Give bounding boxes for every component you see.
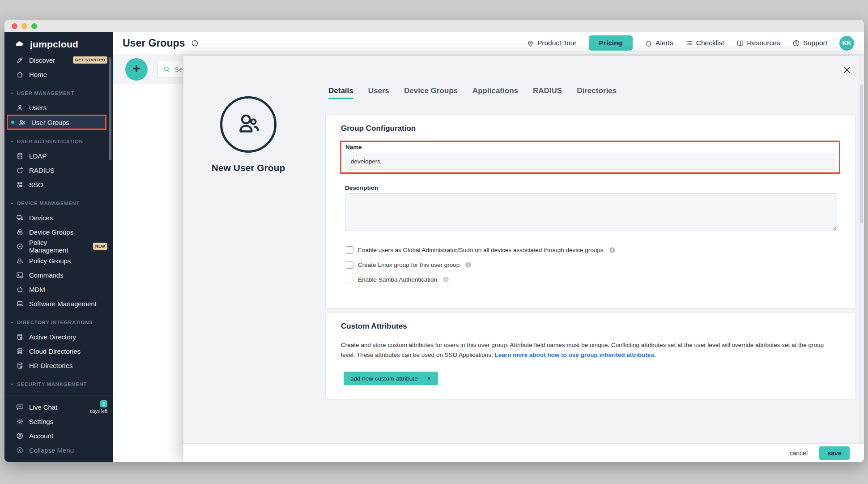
sidebar-item-label: Live Chat — [29, 403, 57, 411]
sidebar-item-ldap[interactable]: LDAP — [4, 149, 113, 163]
group-configuration-card: Group Configuration Name Description Ena… — [325, 114, 855, 308]
search-icon — [163, 65, 170, 73]
sidebar-section-device-management[interactable]: DEVICE MANAGEMENT — [4, 199, 113, 208]
tab-applications[interactable]: Applications — [472, 86, 518, 99]
alerts-button[interactable]: Alerts — [645, 39, 673, 47]
sidebar-item-discover[interactable]: Discover GET STARTED — [4, 53, 113, 67]
section-title: USER AUTHENTICATION — [17, 139, 83, 144]
cloud-directories-icon — [16, 347, 24, 355]
add-custom-attribute-label: add new custom attribute — [350, 375, 418, 382]
sidebar-item-account[interactable]: Account — [4, 428, 113, 443]
sso-grid-icon — [16, 181, 24, 188]
description-textarea[interactable] — [345, 193, 837, 231]
sidebar-item-label: LDAP — [29, 152, 47, 160]
close-panel-button[interactable] — [842, 65, 852, 76]
trial-days-badge: 1 days left — [90, 400, 107, 414]
resources-label: Resources — [747, 39, 780, 47]
sidebar-section-directory-integrations[interactable]: DIRECTORY INTEGRATIONS — [4, 318, 113, 327]
panel-scrollbar-thumb[interactable] — [860, 85, 863, 223]
add-custom-attribute-button[interactable]: add new custom attribute ▼ — [344, 372, 438, 385]
sidebar-item-settings[interactable]: Settings — [4, 414, 113, 428]
trial-days-count: 1 — [100, 400, 107, 407]
sidebar-item-user-groups[interactable]: User Groups — [7, 115, 106, 130]
sidebar-item-live-chat[interactable]: Live Chat 1 days left — [4, 400, 113, 414]
info-icon[interactable] — [465, 261, 472, 268]
sidebar-item-devices[interactable]: Devices — [4, 210, 113, 225]
section-title: DIRECTORY INTEGRATIONS — [17, 320, 93, 325]
sidebar-item-label: Software Management — [29, 300, 97, 308]
checklist-button[interactable]: Checklist — [685, 39, 724, 47]
tab-radius[interactable]: RADIUS — [533, 86, 562, 99]
window-titlebar — [4, 20, 864, 32]
chevron-down-icon — [10, 320, 14, 325]
info-icon[interactable] — [191, 39, 199, 47]
user-group-avatar — [220, 96, 277, 153]
user-icon — [16, 104, 24, 111]
sidebar-item-home[interactable]: Home — [4, 67, 113, 81]
cancel-button[interactable]: cancel — [790, 450, 808, 457]
tab-directories[interactable]: Directories — [577, 86, 617, 99]
sidebar-item-cloud-directories[interactable]: Cloud Directories — [4, 344, 113, 358]
options-checkbox-group: Enable users as Global Administrator/Sud… — [346, 246, 616, 283]
sidebar-item-commands[interactable]: Commands — [4, 268, 113, 282]
global-admin-checkbox[interactable] — [346, 246, 353, 254]
sidebar-item-users[interactable]: Users — [4, 100, 113, 115]
close-window-button[interactable] — [12, 23, 17, 29]
save-button[interactable]: save — [819, 446, 850, 460]
sidebar-item-collapse-menu[interactable]: Collapse Menu — [4, 443, 113, 457]
policy-management-icon — [16, 243, 24, 250]
section-title: DEVICE MANAGEMENT — [17, 201, 80, 206]
user-avatar[interactable]: KK — [839, 36, 854, 51]
collapse-arrow-icon — [16, 446, 24, 454]
support-button[interactable]: Support — [792, 39, 827, 47]
samba-auth-checkbox[interactable] — [346, 276, 353, 283]
panel-scrollbar[interactable] — [859, 56, 864, 443]
alerts-label: Alerts — [655, 39, 673, 47]
tab-device-groups[interactable]: Device Groups — [404, 86, 458, 99]
maximize-window-button[interactable] — [31, 23, 37, 29]
tab-details[interactable]: Details — [328, 86, 353, 99]
sidebar-item-label: Device Groups — [29, 228, 73, 236]
close-icon — [842, 65, 852, 75]
sidebar-section-security-management[interactable]: SECURITY MANAGEMENT — [4, 380, 113, 389]
info-icon[interactable] — [609, 247, 616, 253]
info-icon[interactable] — [443, 276, 449, 283]
sidebar-item-label: User Groups — [31, 119, 69, 126]
sidebar-item-hr-directories[interactable]: HR Directories — [4, 358, 113, 373]
global-admin-checkbox-row: Enable users as Global Administrator/Sud… — [346, 246, 616, 254]
sidebar-section-user-authentication[interactable]: USER AUTHENTICATION — [4, 137, 113, 146]
sidebar-item-label: SSO — [29, 181, 43, 188]
sidebar-scrollbar[interactable] — [109, 57, 111, 160]
learn-more-link[interactable]: Learn more about how to use group inheri… — [494, 351, 655, 358]
sidebar-section-user-management[interactable]: USER MANAGEMENT — [4, 89, 113, 98]
sidebar-item-label: Commands — [29, 271, 64, 279]
sidebar-item-policy-groups[interactable]: Policy Groups — [4, 253, 113, 268]
sidebar-item-device-groups[interactable]: Device Groups — [4, 225, 113, 239]
database-icon — [16, 152, 24, 160]
minimize-window-button[interactable] — [21, 23, 27, 29]
product-tour-button[interactable]: Product Tour — [527, 39, 577, 47]
pricing-button[interactable]: Pricing — [589, 35, 633, 51]
sidebar-item-policy-management[interactable]: Policy Management NEW — [4, 239, 113, 253]
sidebar-item-mdm[interactable]: MDM — [4, 282, 113, 296]
sidebar-item-active-directory[interactable]: Active Directory — [4, 330, 113, 344]
group-configuration-heading: Group Configuration — [341, 124, 416, 133]
new-badge: NEW — [93, 243, 107, 250]
linux-group-checkbox[interactable] — [346, 261, 353, 269]
tab-users[interactable]: Users — [368, 86, 389, 99]
linux-group-label: Create Linux group for this user group — [358, 261, 460, 268]
chevron-down-icon — [10, 139, 14, 144]
trial-days-label: days left — [90, 408, 107, 414]
add-user-group-button[interactable]: + — [125, 58, 148, 81]
resources-button[interactable]: Resources — [736, 39, 780, 47]
samba-auth-checkbox-row: Enable Samba Authentication — [346, 276, 616, 283]
terminal-icon — [16, 271, 24, 279]
group-name-input[interactable] — [345, 153, 835, 170]
sidebar-item-radius[interactable]: RADIUS — [4, 163, 113, 177]
linux-group-checkbox-row: Create Linux group for this user group — [346, 261, 616, 269]
sidebar-item-sso[interactable]: SSO — [4, 177, 113, 192]
chevron-down-icon — [10, 201, 14, 206]
section-title: USER MANAGEMENT — [17, 90, 74, 96]
custom-attributes-description: Create and store custom attributes for u… — [341, 340, 828, 360]
sidebar-item-software-management[interactable]: Software Management — [4, 296, 113, 311]
